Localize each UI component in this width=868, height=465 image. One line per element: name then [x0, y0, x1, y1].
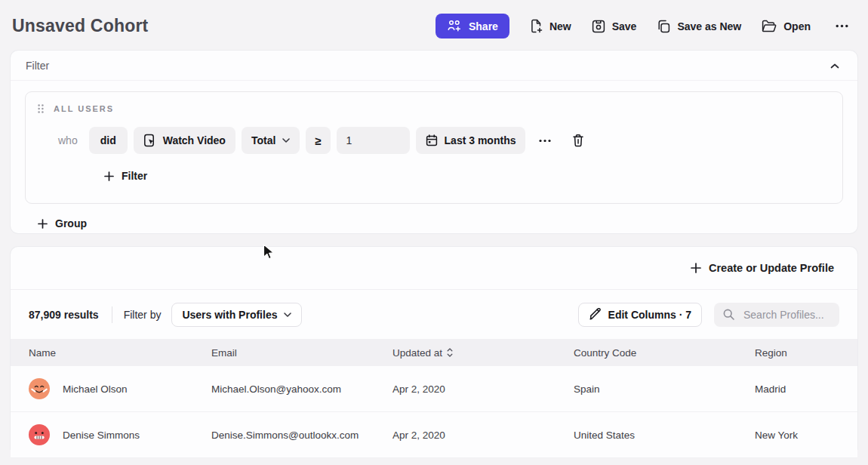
column-header-label: Email [211, 347, 237, 359]
create-or-update-profile-label: Create or Update Profile [709, 262, 834, 274]
save-as-new-button-label: Save as New [677, 20, 741, 32]
avatar [29, 424, 50, 445]
cohort-group-card: ALL USERS who did Watch Video Total [25, 91, 843, 204]
chevron-down-icon [284, 313, 291, 317]
plus-icon [38, 219, 48, 229]
aggregation-dropdown[interactable]: Total [242, 127, 300, 154]
profile-name: Denise Simmons [63, 430, 140, 441]
filter-panel-title: Filter [26, 60, 49, 72]
results-toolbar: 87,909 results Filter by Users with Prof… [11, 290, 857, 339]
header-more-button[interactable] [831, 21, 853, 31]
add-group-button[interactable]: Group [33, 217, 91, 230]
event-selector-button[interactable]: Watch Video [134, 127, 235, 154]
value-input[interactable] [337, 127, 410, 154]
pencil-icon [589, 308, 602, 321]
file-plus-icon [530, 19, 543, 33]
results-count: 87,909 results [29, 309, 99, 321]
share-users-icon [447, 20, 462, 32]
filter-by-label: Filter by [124, 309, 162, 321]
add-filter-label: Filter [122, 170, 147, 182]
who-label: who [58, 134, 78, 146]
column-header-label: Updated at [392, 347, 442, 359]
profile-country-code: United States [574, 430, 755, 441]
event-icon [143, 134, 156, 147]
did-selector-button[interactable]: did [89, 127, 128, 154]
add-group-label: Group [55, 217, 87, 229]
share-button-label: Share [469, 20, 498, 32]
create-or-update-profile-button[interactable]: Create or Update Profile [686, 261, 839, 275]
app-header: Unsaved Cohort Share New [0, 0, 868, 51]
name-cell: Denise Simmons [29, 424, 211, 445]
column-header-country-code[interactable]: Country Code [574, 347, 755, 359]
did-label: did [100, 134, 116, 146]
edit-columns-button[interactable]: Edit Columns · 7 [578, 303, 702, 327]
date-range-label: Last 3 months [445, 134, 516, 146]
folder-open-icon [762, 20, 777, 32]
event-label: Watch Video [163, 134, 226, 146]
filter-panel: Filter ALL USERS who did [11, 51, 857, 233]
profile-filter-dropdown[interactable]: Users with Profiles [171, 303, 302, 327]
save-as-new-button[interactable]: Save as New [657, 17, 741, 36]
column-header-region[interactable]: Region [755, 347, 839, 359]
table-row[interactable]: Michael Olson Michael.Olson@yahoox.com A… [11, 366, 857, 412]
aggregation-label: Total [251, 134, 275, 146]
add-filter-button[interactable]: Filter [100, 169, 152, 183]
profile-region: New York [755, 430, 839, 441]
profile-region: Madrid [755, 383, 839, 395]
toolbar-divider [112, 306, 112, 323]
profile-email: Denise.Simmons@outlookx.com [211, 430, 392, 441]
profile-email: Michael.Olson@yahoox.com [211, 383, 392, 395]
new-button[interactable]: New [530, 16, 571, 36]
sort-icon [447, 348, 453, 357]
results-panel: Create or Update Profile 87,909 results … [11, 247, 857, 449]
operator-label: ≥ [315, 134, 321, 147]
profile-updated-at: Apr 2, 2020 [392, 383, 574, 395]
copy-icon [657, 20, 670, 33]
trash-icon [572, 134, 584, 147]
save-icon [592, 20, 605, 33]
filter-panel-footer: Group [11, 204, 857, 230]
create-profile-row: Create or Update Profile [11, 247, 857, 290]
save-button-label: Save [612, 20, 637, 32]
search-icon [722, 308, 735, 321]
condition-more-button[interactable] [534, 136, 556, 146]
open-button[interactable]: Open [762, 17, 811, 35]
group-card-header: ALL USERS [36, 102, 832, 114]
search-profiles-box [714, 303, 839, 327]
share-button[interactable]: Share [436, 14, 509, 38]
column-header-label: Name [29, 347, 56, 359]
new-button-label: New [549, 20, 571, 32]
filter-condition-row: who did Watch Video Total [58, 127, 832, 154]
plus-icon [104, 171, 114, 181]
profile-name: Michael Olson [63, 383, 128, 395]
header-actions: Share New Save [436, 14, 853, 38]
column-header-email[interactable]: Email [211, 347, 392, 359]
page-title: Unsaved Cohort [12, 16, 148, 36]
chevron-up-icon [830, 63, 839, 69]
table-header-row: Name Email Updated at Country Code Regio… [11, 339, 857, 366]
date-range-button[interactable]: Last 3 months [416, 127, 526, 154]
delete-condition-button[interactable] [568, 131, 589, 150]
column-header-label: Country Code [574, 347, 636, 359]
column-header-label: Region [755, 347, 787, 359]
more-dots-icon [539, 139, 551, 143]
more-dots-icon [836, 24, 848, 28]
column-header-name[interactable]: Name [29, 347, 211, 359]
profile-filter-value: Users with Profiles [182, 309, 277, 321]
column-header-updated-at[interactable]: Updated at [392, 347, 574, 359]
chevron-down-icon [282, 138, 290, 143]
drag-handle-icon[interactable] [37, 103, 45, 114]
avatar [29, 378, 50, 399]
edit-columns-label: Edit Columns · 7 [608, 309, 691, 321]
profile-updated-at: Apr 2, 2020 [392, 430, 574, 441]
add-filter-row: Filter [100, 169, 832, 183]
open-button-label: Open [783, 20, 811, 32]
name-cell: Michael Olson [29, 378, 211, 399]
operator-button[interactable]: ≥ [306, 127, 330, 154]
save-button[interactable]: Save [592, 17, 637, 36]
search-profiles-input[interactable] [742, 308, 831, 322]
profile-country-code: Spain [574, 383, 755, 395]
table-row[interactable]: Denise Simmons Denise.Simmons@outlookx.c… [11, 412, 857, 458]
collapse-filter-button[interactable] [829, 62, 841, 70]
plus-icon [691, 263, 701, 273]
